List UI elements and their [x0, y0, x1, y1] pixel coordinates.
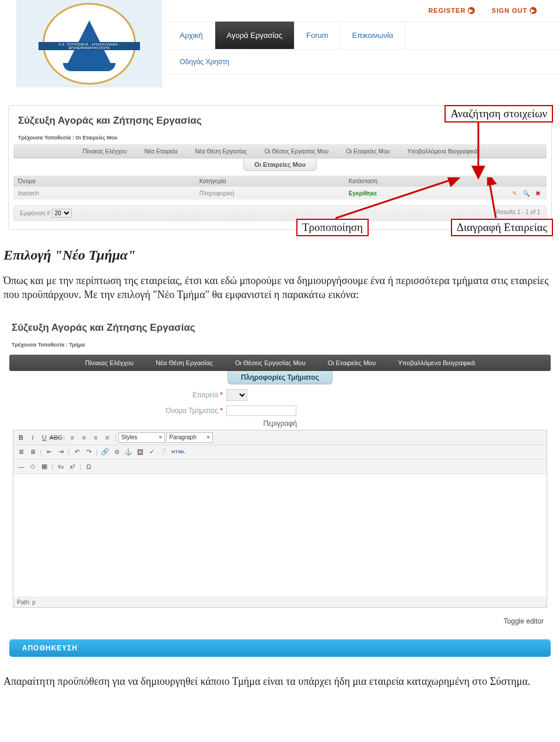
nav-forum[interactable]: Forum: [295, 22, 341, 49]
editor-toolbar-row-2: ≣ ≣ | ⇤ ⇥ | ↶ ↷ | 🔗 ⊘ ⚓ 🖼 ✓ ❔ HTML: [13, 445, 547, 460]
strike-icon[interactable]: ABC: [51, 432, 61, 443]
rich-text-editor: B I U ABC | ≡ ≡ ≡ ≡ | Styles Paragraph ≣…: [13, 430, 547, 608]
description-label: Περιγραφή: [9, 419, 551, 428]
top-links: REGISTER▶ SIGN OUT▶: [168, 0, 560, 22]
callout-delete: Διαγραφή Εταιρείας: [451, 219, 553, 236]
show-label: Εμφάνιση #: [20, 210, 50, 216]
redo-icon[interactable]: ↷: [83, 447, 94, 457]
link-icon[interactable]: 🔗: [100, 447, 110, 457]
html-button[interactable]: HTML: [170, 447, 187, 457]
clean-icon[interactable]: ✓: [146, 447, 157, 457]
arrow-icon: ▶: [468, 7, 475, 14]
main-nav: Αρχική Αγορά Εργασίας Forum Επικοινωνία: [168, 22, 560, 50]
hr-icon[interactable]: —: [16, 461, 26, 472]
breadcrumb: Τρέχουσα Τοποθεσία : Οι Εταιρείες Μου: [12, 134, 548, 144]
editor-toolbar-row-1: B I U ABC | ≡ ≡ ≡ ≡ | Styles Paragraph: [13, 430, 547, 445]
page-header: Α.Σ. ΤΟΥΡΙΣΜΟΣ - ΑΠΑΣΧΟΛΗΣΗ - ΕΠΙΧΕΙΡΗΜΑ…: [0, 0, 560, 88]
tab-dashboard[interactable]: Πίνακας Ελέγχου: [76, 358, 143, 368]
align-left-icon[interactable]: ≡: [67, 432, 78, 443]
nav-home[interactable]: Αρχική: [168, 22, 215, 49]
eraser-icon[interactable]: ◇: [27, 461, 38, 472]
arrow-icon: ▶: [530, 7, 537, 14]
indent-icon[interactable]: ⇥: [55, 447, 66, 457]
show-select[interactable]: 20: [52, 209, 72, 218]
tab-new-company[interactable]: Νέα Εταιρεία: [137, 146, 184, 156]
omega-icon[interactable]: Ω: [83, 461, 94, 472]
bold-icon[interactable]: B: [16, 432, 26, 443]
superscript-icon[interactable]: x²: [67, 461, 78, 472]
body-paragraph: Απαραίτητη προϋπόθεση για να δημιουργηθε…: [4, 674, 556, 688]
tab-cvs[interactable]: Υποβαλλόμενα Βιογραφικά: [400, 146, 484, 156]
company-select[interactable]: [226, 389, 247, 401]
underline-icon[interactable]: U: [39, 432, 50, 443]
callout-modify: Τροποποίηση: [296, 219, 369, 236]
row-name: Inartech: [13, 188, 195, 199]
tab-new-job[interactable]: Νέα Θέση Εργασίας: [188, 146, 254, 156]
editor-toolbar-row-3: — ◇ ▦ | x₂ x² | Ω: [13, 460, 547, 474]
col-category: Κατηγορία: [195, 176, 344, 187]
editor-content[interactable]: [13, 474, 547, 597]
col-name: Όνομα: [13, 176, 195, 187]
department-form-panel: Σύζευξη Αγοράς και Ζήτησης Εργασίας Τρέχ…: [8, 315, 552, 667]
table-row: Inartech Πληροφορική Εγκρίθηκε ✎ 🔍 ✖: [13, 187, 547, 200]
panel-title: Σύζευξη Αγοράς και Ζήτησης Εργασίας: [9, 318, 551, 341]
ul-icon[interactable]: ≣: [16, 447, 26, 457]
tab-dashboard[interactable]: Πίνακας Ελέγχου: [76, 146, 134, 156]
delete-icon[interactable]: ✖: [534, 189, 542, 197]
tab-my-jobs[interactable]: Οι Θέσεις Εργασίας Μου: [226, 358, 315, 368]
search-icon[interactable]: 🔍: [522, 189, 530, 197]
nav-job-market[interactable]: Αγορά Εργασίας: [215, 22, 295, 49]
table-icon[interactable]: ▦: [39, 461, 50, 472]
companies-panel: Σύζευξη Αγοράς και Ζήτησης Εργασίας Τρέχ…: [8, 105, 552, 230]
subscript-icon[interactable]: x₂: [55, 461, 66, 472]
logo-label: Α.Σ. ΤΟΥΡΙΣΜΟΣ - ΑΠΑΣΧΟΛΗΣΗ - ΕΠΙΧΕΙΡΗΜΑ…: [38, 42, 140, 50]
logo: Α.Σ. ΤΟΥΡΙΣΜΟΣ - ΑΠΑΣΧΟΛΗΣΗ - ΕΠΙΧΕΙΡΗΜΑ…: [16, 0, 162, 88]
anchor-icon[interactable]: ⚓: [123, 447, 134, 457]
subtab-dept-info: Πληροφορίες Τμήματος: [228, 371, 332, 384]
row-category: Πληροφορική: [195, 188, 344, 199]
sub-nav-tabs: Πίνακας Ελέγχου Νέα Θέση Εργασίας Οι Θέσ…: [9, 355, 551, 371]
dept-name-label: Όνομα Τμήματος *: [13, 407, 223, 415]
unlink-icon[interactable]: ⊘: [111, 447, 122, 457]
sign-out-link[interactable]: SIGN OUT▶: [492, 7, 537, 14]
body-paragraph: Όπως και με την περίπτωση της εταιρείας,…: [4, 274, 556, 302]
outdent-icon[interactable]: ⇤: [44, 447, 54, 457]
align-justify-icon[interactable]: ≡: [102, 432, 113, 443]
tab-my-companies[interactable]: Οι Εταιρείες Μου: [339, 146, 397, 156]
register-link[interactable]: REGISTER▶: [428, 7, 475, 14]
nav-contact[interactable]: Επικοινωνία: [341, 22, 406, 49]
subtab-my-companies: Οι Εταιρείες Μου: [243, 159, 317, 171]
italic-icon[interactable]: I: [27, 432, 38, 443]
editor-path: Path: p: [13, 597, 547, 607]
tab-cvs[interactable]: Υποβαλλόμενα Βιογραφικά: [388, 358, 484, 368]
tab-my-jobs[interactable]: Οι Θέσεις Εργασίας Μου: [257, 146, 335, 156]
table-header: Όνομα Κατηγορία Κατάσταση: [13, 176, 547, 187]
callout-search: Αναζήτηση στοιχείων: [444, 105, 553, 123]
align-center-icon[interactable]: ≡: [79, 432, 89, 443]
sub-nav-tabs: Πίνακας Ελέγχου Νέα Εταιρεία Νέα Θέση Ερ…: [13, 144, 547, 159]
align-right-icon[interactable]: ≡: [90, 432, 101, 443]
styles-select[interactable]: Styles: [118, 432, 165, 443]
results-text: Results 1 - 1 of 1: [496, 209, 540, 218]
edit-icon[interactable]: ✎: [510, 189, 519, 197]
save-button[interactable]: ΑΠΟΘΗΚΕΥΣΗ: [9, 639, 551, 657]
breadcrumb: Τρέχουσα Τοποθεσία : Τμήμα: [9, 341, 551, 351]
tab-my-companies[interactable]: Οι Εταιρείες Μου: [318, 358, 386, 368]
help-icon[interactable]: ❔: [158, 447, 169, 457]
undo-icon[interactable]: ↶: [72, 447, 82, 457]
section-heading: Επιλογή "Νέο Τμήμα": [4, 247, 560, 263]
company-label: Εταιρεία *: [13, 391, 223, 399]
row-status: Εγκρίθηκε: [344, 188, 451, 199]
toggle-editor-link[interactable]: Toggle editor: [503, 617, 544, 625]
ol-icon[interactable]: ≣: [27, 447, 38, 457]
nav-user-guide[interactable]: Οδηγός Χρηστη: [180, 58, 229, 66]
col-status: Κατάσταση: [344, 176, 451, 187]
paragraph-select[interactable]: Paragraph: [166, 432, 213, 443]
image-icon[interactable]: 🖼: [135, 447, 145, 457]
dept-name-input[interactable]: [226, 405, 296, 416]
tab-new-job[interactable]: Νέα Θέση Εργασίας: [146, 358, 222, 368]
